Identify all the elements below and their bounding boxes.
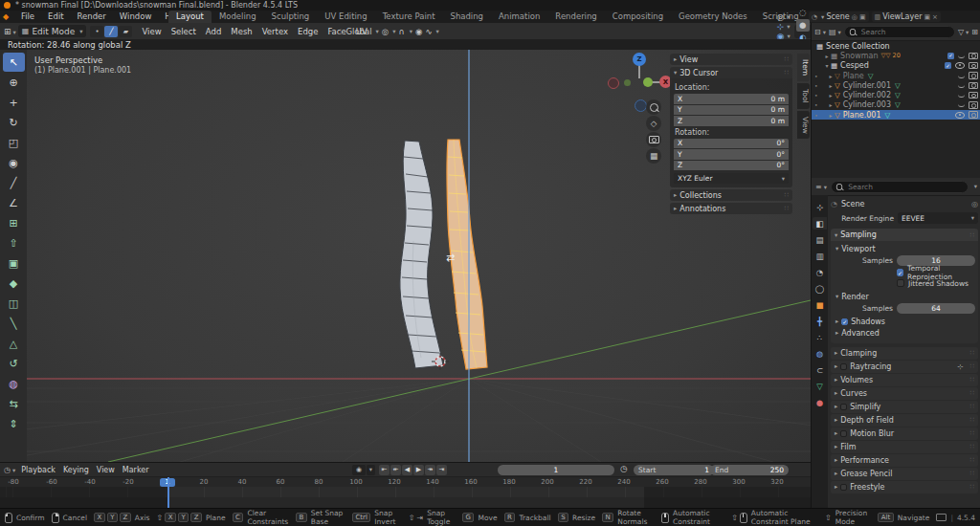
render-visibility-icon[interactable] (969, 111, 978, 119)
outliner-row[interactable]: ▸ ▽ Cylinder.003 ▽ ✓ (812, 100, 980, 110)
timeline-tracks[interactable] (0, 487, 811, 509)
section-checkbox[interactable] (840, 430, 847, 437)
section-checkbox[interactable] (840, 404, 847, 410)
properties-section-header[interactable]: ▸ Grease Pencil ⊹ ∷ (831, 468, 978, 480)
view-panel-header[interactable]: ▸View∷ (670, 54, 792, 65)
gizmo-y-neg[interactable] (624, 79, 631, 86)
disclosure-icon[interactable]: ▸ (823, 53, 831, 59)
tool-button[interactable]: ╱ (3, 173, 25, 192)
tool-button[interactable]: + (3, 93, 25, 112)
checkbox-unchecked[interactable] (897, 279, 904, 287)
blender-menu-icon[interactable]: ◆ (0, 11, 11, 23)
render-visibility-icon[interactable] (969, 82, 978, 90)
workspace-tab[interactable]: Animation (491, 11, 547, 23)
eye-closed-icon[interactable] (958, 102, 965, 107)
workspace-tab[interactable]: UV Editing (317, 11, 374, 23)
properties-section-header[interactable]: ▸ Film ⊹ ∷ (831, 441, 978, 453)
render-subpanel[interactable]: ▾Render (834, 291, 975, 302)
section-settings-icon[interactable]: ⊹ (957, 362, 963, 371)
workspace-tab[interactable]: Compositing (605, 11, 671, 23)
mode-selector[interactable]: ▦ Edit Mode ▾ (18, 25, 87, 37)
outliner-search[interactable] (844, 26, 955, 38)
n-panel-tab[interactable]: Tool (797, 83, 810, 109)
properties-section-header[interactable]: ▸ Clamping ⊹ ∷ (831, 347, 978, 360)
properties-section-header[interactable]: ▸ Curves ⊹ ∷ (831, 387, 978, 400)
eye-closed-icon[interactable] (958, 83, 965, 88)
render-visibility-icon[interactable] (969, 92, 978, 99)
zoom-button[interactable] (646, 99, 661, 115)
timeline-ruler[interactable]: -80-60-40-202040608010012014016018020022… (0, 476, 811, 487)
tool-button[interactable]: ↻ (3, 113, 25, 132)
snap-toggle[interactable]: ∩ (398, 27, 404, 36)
shading-mode-button[interactable]: ● (796, 19, 810, 32)
cursor-rotation-field[interactable]: X0° (674, 139, 789, 149)
collections-panel-header[interactable]: ▸Collections∷ (670, 189, 792, 201)
workspace-tab[interactable]: Geometry Nodes (671, 11, 755, 23)
frame-start-field[interactable]: Start1 (634, 465, 714, 475)
properties-section-header[interactable]: ▸ Freestyle ⊹ ∷ (831, 481, 978, 493)
viewport-menu[interactable]: View (137, 27, 166, 36)
collection-checkbox[interactable]: ✓ (945, 62, 951, 69)
properties-section-header[interactable]: ▸ Raytracing ⊹ ∷ (831, 361, 978, 373)
cursor-rotation-field[interactable]: Z0° (674, 161, 789, 171)
properties-tab[interactable]: ◯ (813, 282, 827, 295)
auto-key-button[interactable]: ◉ (352, 465, 366, 475)
properties-section-header[interactable]: ▸ Simplify ⊹ ∷ (831, 401, 978, 413)
shading-mode-button[interactable]: ◌ (796, 7, 810, 19)
viewport-menu[interactable]: Add (201, 27, 226, 36)
render-visibility-icon[interactable] (969, 72, 978, 79)
workspace-tab[interactable]: Texture Paint (375, 11, 443, 23)
outliner-row[interactable]: ▦ Scene Collection ▽ ✓ (812, 41, 980, 51)
cursor-location-field[interactable]: Z0 m (674, 116, 789, 126)
tool-button[interactable]: ◫ (3, 294, 25, 313)
outliner-row[interactable]: ▸ ▽ Cylinder.001 ▽ ✓ (812, 80, 980, 90)
outliner-search-input[interactable] (859, 27, 950, 37)
timeline-menu[interactable]: View (93, 466, 119, 474)
tool-button[interactable]: △ (3, 334, 25, 353)
properties-tab[interactable]: ∴ (813, 331, 827, 343)
properties-editor-icon[interactable]: ≡▾ (815, 183, 827, 191)
transport-button[interactable]: ◀ (402, 465, 412, 475)
cursor-panel-header[interactable]: ▾3D Cursor∷ (670, 67, 792, 78)
workspace-tab[interactable]: Sculpting (264, 11, 318, 23)
cursor-location-field[interactable]: X0 m (674, 94, 789, 104)
advanced-subpanel[interactable]: ▸Advanced (834, 327, 975, 339)
gizmo-z-axis[interactable]: Z (633, 53, 646, 66)
stopwatch-icon[interactable]: ◷ (620, 464, 628, 473)
remove-layer-icon[interactable]: × (932, 13, 938, 21)
workspace-tab[interactable]: Layout (168, 11, 212, 23)
disclosure-icon[interactable]: ▸ (827, 101, 835, 108)
frame-end-field[interactable]: End250 (710, 465, 789, 475)
disclosure-icon[interactable]: ▸ (827, 73, 835, 79)
properties-section-header[interactable]: ▸ Performance ⊹ ∷ (831, 454, 978, 467)
properties-tab[interactable]: ╋ (813, 315, 827, 327)
topbar-menu[interactable]: File (14, 11, 41, 23)
properties-tab[interactable]: ▤ (813, 233, 827, 246)
workspace-tab[interactable]: Rendering (547, 11, 604, 23)
eye-closed-icon[interactable] (958, 74, 965, 78)
tool-button[interactable]: ◆ (3, 274, 25, 293)
eye-open-icon[interactable] (955, 112, 965, 119)
section-checkbox[interactable] (840, 363, 847, 370)
face-select-button[interactable]: ▰ (119, 26, 132, 37)
properties-tab[interactable]: ▽ (813, 380, 827, 392)
properties-tab[interactable]: ◍ (813, 347, 827, 360)
tool-button[interactable]: ∠ (3, 193, 25, 212)
tool-button[interactable]: ⇆ (3, 394, 25, 413)
timeline-menu[interactable]: Playback (17, 466, 59, 474)
checkbox-checked[interactable]: ✓ (897, 269, 903, 276)
tool-button[interactable]: ⊞ (3, 213, 25, 232)
render-engine-dropdown[interactable]: EEVEE▾ (898, 212, 978, 224)
new-scene-icon[interactable]: ▣ (859, 13, 866, 21)
properties-section-header[interactable]: ▸ Motion Blur ⊹ ∷ (831, 427, 978, 440)
current-frame-field[interactable]: 1 (498, 465, 614, 475)
annotations-panel-header[interactable]: ▸Annotations∷ (670, 203, 792, 214)
display-mode-icon[interactable]: ⊟▾ (814, 28, 826, 36)
viewport-3d[interactable]: ⇄ User Perspective (1) Plane.001 | Plane… (27, 50, 811, 462)
camera-view-button[interactable] (646, 132, 661, 147)
cursor-rotation-field[interactable]: Y0° (674, 149, 789, 160)
properties-tab[interactable]: ■ (813, 298, 827, 311)
collection-checkbox[interactable]: ✓ (947, 53, 954, 59)
disclosure-icon[interactable]: ▸ (827, 92, 835, 99)
playhead[interactable] (167, 477, 169, 509)
